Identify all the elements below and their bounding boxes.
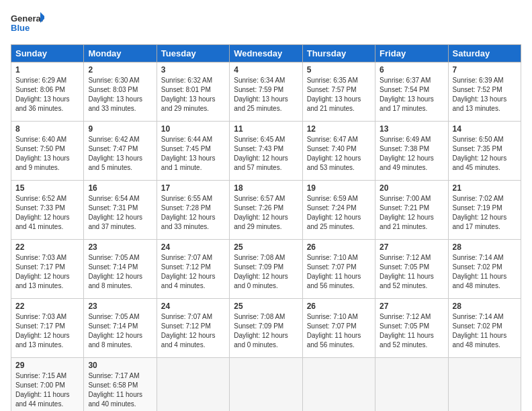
table-cell: 1Sunrise: 6:29 AMSunset: 8:06 PMDaylight…: [11, 62, 84, 122]
day-number: 24: [161, 302, 225, 311]
calendar-row: 8Sunrise: 6:40 AMSunset: 7:50 PMDaylight…: [11, 122, 521, 181]
day-info: Sunrise: 7:14 AMSunset: 7:02 PMDaylight:…: [453, 253, 517, 291]
day-info: Sunrise: 6:47 AMSunset: 7:40 PMDaylight:…: [307, 135, 371, 173]
day-info: Sunrise: 7:05 AMSunset: 7:14 PMDaylight:…: [88, 312, 152, 350]
table-cell: 8Sunrise: 6:40 AMSunset: 7:50 PMDaylight…: [11, 122, 84, 181]
col-friday: Friday: [375, 45, 448, 62]
day-info: Sunrise: 7:05 AMSunset: 7:14 PMDaylight:…: [88, 253, 152, 291]
day-info: Sunrise: 7:12 AMSunset: 7:05 PMDaylight:…: [380, 312, 443, 350]
day-info: Sunrise: 7:15 AMSunset: 7:00 PMDaylight:…: [15, 371, 79, 409]
calendar-row: 15Sunrise: 6:52 AMSunset: 7:33 PMDayligh…: [11, 181, 521, 240]
day-info: Sunrise: 7:02 AMSunset: 7:19 PMDaylight:…: [453, 194, 517, 232]
col-saturday: Saturday: [448, 45, 521, 62]
day-number: 28: [453, 242, 517, 252]
table-cell: 25Sunrise: 7:08 AMSunset: 7:09 PMDayligh…: [230, 240, 302, 299]
calendar-table: Sunday Monday Tuesday Wednesday Thursday…: [11, 44, 521, 411]
table-cell: 30Sunrise: 7:17 AMSunset: 6:58 PMDayligh…: [84, 358, 157, 412]
day-info: Sunrise: 6:59 AMSunset: 7:24 PMDaylight:…: [307, 194, 371, 232]
day-number: 13: [380, 124, 443, 134]
day-number: 25: [234, 242, 298, 252]
day-info: Sunrise: 6:45 AMSunset: 7:43 PMDaylight:…: [234, 135, 298, 173]
day-number: 14: [453, 124, 517, 134]
table-cell: 28Sunrise: 7:14 AMSunset: 7:02 PMDayligh…: [448, 240, 521, 299]
day-number: 27: [380, 302, 443, 311]
svg-text:General: General: [11, 13, 43, 24]
table-cell: 3Sunrise: 6:32 AMSunset: 8:01 PMDaylight…: [157, 62, 229, 122]
table-cell: 24Sunrise: 7:07 AMSunset: 7:12 PMDayligh…: [157, 299, 229, 358]
day-info: Sunrise: 6:30 AMSunset: 8:03 PMDaylight:…: [88, 76, 152, 113]
table-cell: 6Sunrise: 6:37 AMSunset: 7:54 PMDaylight…: [375, 62, 448, 122]
day-number: 7: [453, 65, 517, 75]
day-number: 19: [307, 183, 371, 193]
day-info: Sunrise: 6:35 AMSunset: 7:57 PMDaylight:…: [307, 76, 371, 113]
day-number: 24: [161, 242, 225, 252]
day-number: 16: [88, 183, 152, 193]
day-number: 11: [234, 124, 298, 134]
calendar-row: 22Sunrise: 7:03 AMSunset: 7:17 PMDayligh…: [11, 299, 521, 358]
logo-svg: General Blue: [11, 11, 44, 38]
svg-text:Blue: Blue: [11, 23, 30, 33]
day-number: 9: [88, 124, 152, 134]
calendar-header-row: Sunday Monday Tuesday Wednesday Thursday…: [11, 45, 521, 62]
day-info: Sunrise: 6:50 AMSunset: 7:35 PMDaylight:…: [453, 135, 517, 173]
table-cell: [375, 358, 448, 412]
table-cell: 11Sunrise: 6:45 AMSunset: 7:43 PMDayligh…: [230, 122, 302, 181]
table-cell: 29Sunrise: 7:15 AMSunset: 7:00 PMDayligh…: [11, 358, 84, 412]
table-cell: 25Sunrise: 7:08 AMSunset: 7:09 PMDayligh…: [230, 299, 302, 358]
day-info: Sunrise: 7:00 AMSunset: 7:21 PMDaylight:…: [380, 194, 443, 232]
day-info: Sunrise: 7:10 AMSunset: 7:07 PMDaylight:…: [307, 312, 371, 350]
day-info: Sunrise: 6:55 AMSunset: 7:28 PMDaylight:…: [161, 194, 225, 232]
table-cell: 2Sunrise: 6:30 AMSunset: 8:03 PMDaylight…: [84, 62, 157, 122]
table-cell: 9Sunrise: 6:42 AMSunset: 7:47 PMDaylight…: [84, 122, 157, 181]
table-cell: 14Sunrise: 6:50 AMSunset: 7:35 PMDayligh…: [448, 122, 521, 181]
logo: General Blue: [11, 11, 44, 38]
day-info: Sunrise: 7:14 AMSunset: 7:02 PMDaylight:…: [453, 312, 517, 350]
table-cell: 10Sunrise: 6:44 AMSunset: 7:45 PMDayligh…: [157, 122, 229, 181]
table-cell: 13Sunrise: 6:49 AMSunset: 7:38 PMDayligh…: [375, 122, 448, 181]
day-info: Sunrise: 6:44 AMSunset: 7:45 PMDaylight:…: [161, 135, 225, 173]
col-tuesday: Tuesday: [157, 45, 229, 62]
table-cell: [157, 358, 229, 412]
table-cell: 27Sunrise: 7:12 AMSunset: 7:05 PMDayligh…: [375, 299, 448, 358]
day-number: 4: [234, 65, 298, 75]
day-number: 26: [307, 302, 371, 311]
day-number: 12: [307, 124, 371, 134]
table-cell: 22Sunrise: 7:03 AMSunset: 7:17 PMDayligh…: [11, 240, 84, 299]
day-info: Sunrise: 7:12 AMSunset: 7:05 PMDaylight:…: [380, 253, 443, 291]
day-number: 6: [380, 65, 443, 75]
day-info: Sunrise: 6:37 AMSunset: 7:54 PMDaylight:…: [380, 76, 443, 113]
table-cell: 21Sunrise: 7:02 AMSunset: 7:19 PMDayligh…: [448, 181, 521, 240]
table-cell: 18Sunrise: 6:57 AMSunset: 7:26 PMDayligh…: [230, 181, 302, 240]
day-number: 22: [15, 302, 79, 311]
col-wednesday: Wednesday: [230, 45, 302, 62]
day-info: Sunrise: 6:57 AMSunset: 7:26 PMDaylight:…: [234, 194, 298, 232]
table-cell: 24Sunrise: 7:07 AMSunset: 7:12 PMDayligh…: [157, 240, 229, 299]
table-cell: [302, 358, 375, 412]
day-info: Sunrise: 6:42 AMSunset: 7:47 PMDaylight:…: [88, 135, 152, 173]
day-info: Sunrise: 6:39 AMSunset: 7:52 PMDaylight:…: [453, 76, 517, 113]
day-number: 28: [453, 302, 517, 311]
header: General Blue: [11, 11, 521, 38]
table-cell: [230, 358, 302, 412]
table-cell: 23Sunrise: 7:05 AMSunset: 7:14 PMDayligh…: [84, 240, 157, 299]
day-number: 1: [15, 65, 79, 75]
table-cell: 7Sunrise: 6:39 AMSunset: 7:52 PMDaylight…: [448, 62, 521, 122]
table-cell: 4Sunrise: 6:34 AMSunset: 7:59 PMDaylight…: [230, 62, 302, 122]
day-number: 5: [307, 65, 371, 75]
day-info: Sunrise: 7:07 AMSunset: 7:12 PMDaylight:…: [161, 253, 225, 291]
day-number: 18: [234, 183, 298, 193]
day-number: 3: [161, 65, 225, 75]
table-cell: 16Sunrise: 6:54 AMSunset: 7:31 PMDayligh…: [84, 181, 157, 240]
day-number: 15: [15, 183, 79, 193]
day-info: Sunrise: 7:03 AMSunset: 7:17 PMDaylight:…: [15, 253, 79, 291]
day-number: 21: [453, 183, 517, 193]
calendar-row: 22Sunrise: 7:03 AMSunset: 7:17 PMDayligh…: [11, 240, 521, 299]
day-number: 2: [88, 65, 152, 75]
day-number: 22: [15, 242, 79, 252]
col-thursday: Thursday: [302, 45, 375, 62]
col-monday: Monday: [84, 45, 157, 62]
table-cell: 5Sunrise: 6:35 AMSunset: 7:57 PMDaylight…: [302, 62, 375, 122]
day-info: Sunrise: 7:08 AMSunset: 7:09 PMDaylight:…: [234, 253, 298, 291]
table-cell: 23Sunrise: 7:05 AMSunset: 7:14 PMDayligh…: [84, 299, 157, 358]
day-info: Sunrise: 7:07 AMSunset: 7:12 PMDaylight:…: [161, 312, 225, 350]
